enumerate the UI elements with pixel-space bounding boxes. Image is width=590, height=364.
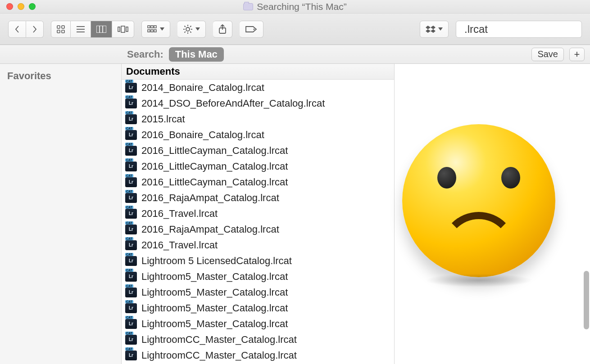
svg-line-26	[190, 26, 191, 27]
file-row[interactable]: 2016_LittleCayman_Catalog.lrcat	[122, 174, 394, 190]
file-row[interactable]: 2014_Bonaire_Catalog.lrcat	[122, 80, 394, 95]
dropbox-icon	[426, 25, 436, 33]
search-scope-this-mac[interactable]: This Mac	[169, 47, 224, 62]
svg-rect-13	[148, 26, 150, 28]
svg-marker-32	[431, 26, 436, 29]
search-scope-bar: Search: This Mac Save +	[0, 45, 590, 64]
file-name: 2016_LittleCayman_Catalog.lrcat	[141, 145, 288, 157]
arrange-button[interactable]	[141, 21, 170, 38]
lightroom-catalog-icon	[125, 114, 137, 124]
window-proxy-icon	[243, 3, 253, 10]
file-name: 2015.lrcat	[141, 113, 185, 125]
icon-view-button[interactable]	[51, 21, 71, 38]
back-button[interactable]	[8, 21, 26, 38]
file-name: 2016_RajaAmpat_Catalog.lrcat	[141, 192, 279, 204]
chevron-down-icon	[195, 27, 200, 31]
file-name: 2014_Bonaire_Catalog.lrcat	[141, 82, 264, 94]
lightroom-catalog-icon	[125, 99, 137, 108]
add-search-criteria-button[interactable]: +	[569, 48, 585, 61]
file-name: Lightroom5_Master_Catalog.lrcat	[141, 318, 288, 330]
svg-rect-15	[154, 26, 156, 28]
file-name: 2016_RajaAmpat_Catalog.lrcat	[141, 224, 279, 235]
file-row[interactable]: 2016_RajaAmpat_Catalog.lrcat	[122, 190, 394, 206]
svg-rect-11	[121, 26, 125, 32]
file-name: 2016_LittleCayman_Catalog.lrcat	[141, 176, 288, 188]
share-icon	[218, 24, 227, 34]
file-row[interactable]: 2016_Bonaire_Catalog.lrcat	[122, 127, 394, 143]
column-view-button[interactable]	[91, 21, 112, 38]
svg-rect-16	[148, 30, 150, 32]
search-input[interactable]	[464, 23, 590, 36]
close-window-button[interactable]	[6, 3, 13, 10]
file-name: LightroomCC_Master_Catalog.lrcat	[141, 350, 297, 361]
chevron-down-icon	[438, 27, 443, 31]
lightroom-catalog-icon	[125, 335, 137, 345]
column-view: Documents 2014_Bonaire_Catalog.lrcat2014…	[122, 64, 590, 364]
file-name: LightroomCC_Master_Catalog.lrcat	[141, 334, 297, 346]
tag-icon	[245, 25, 258, 33]
chevron-right-icon	[32, 25, 38, 33]
lightroom-catalog-icon	[125, 351, 137, 360]
dropbox-button[interactable]	[420, 21, 449, 38]
file-row[interactable]: 2016_LittleCayman_Catalog.lrcat	[122, 143, 394, 158]
window-titlebar: Searching “This Mac”	[0, 0, 590, 13]
results-column: Documents 2014_Bonaire_Catalog.lrcat2014…	[122, 64, 395, 364]
minimize-window-button[interactable]	[18, 3, 24, 10]
action-button[interactable]	[177, 21, 206, 38]
plus-icon: +	[574, 49, 580, 60]
zoom-window-button[interactable]	[29, 3, 36, 10]
save-search-label: Save	[537, 49, 558, 59]
file-row[interactable]: 2016_RajaAmpat_Catalog.lrcat	[122, 221, 394, 237]
file-name: Lightroom 5 LicensedCatalog.lrcat	[141, 255, 292, 267]
svg-rect-12	[126, 27, 128, 31]
file-row[interactable]: Lightroom 5 LicensedCatalog.lrcat	[122, 253, 394, 269]
lightroom-catalog-icon	[125, 240, 137, 250]
file-name: 2016_Bonaire_Catalog.lrcat	[141, 129, 264, 141]
save-search-button[interactable]: Save	[531, 48, 564, 61]
file-name: 2016_LittleCayman_Catalog.lrcat	[141, 161, 288, 172]
file-name: 2016_Travel.lrcat	[141, 208, 218, 220]
coverflow-icon	[118, 26, 128, 33]
list-view-button[interactable]	[71, 21, 91, 38]
file-row[interactable]: Lightroom5_Master_Catalog.lrcat	[122, 316, 394, 332]
svg-marker-33	[426, 29, 431, 33]
lightroom-catalog-icon	[125, 146, 137, 156]
lightroom-catalog-icon	[125, 177, 137, 187]
svg-line-25	[190, 31, 191, 32]
file-list[interactable]: 2014_Bonaire_Catalog.lrcat2014_DSO_Befor…	[122, 80, 394, 363]
file-row[interactable]: Lightroom5_Master_Catalog.lrcat	[122, 300, 394, 316]
scrollbar-thumb[interactable]	[584, 271, 589, 329]
file-row[interactable]: 2016_Travel.lrcat	[122, 206, 394, 221]
search-field[interactable]	[456, 21, 582, 38]
lightroom-catalog-icon	[125, 83, 137, 93]
svg-point-19	[186, 27, 190, 31]
share-button[interactable]	[213, 21, 232, 38]
tags-button[interactable]	[240, 21, 263, 38]
svg-rect-7	[96, 26, 106, 33]
file-row[interactable]: 2014_DSO_BeforeAndAfter_Catalog.lrcat	[122, 95, 394, 111]
file-row[interactable]: LightroomCC_Master_Catalog.lrcat	[122, 347, 394, 363]
file-row[interactable]: 2015.lrcat	[122, 111, 394, 127]
svg-line-24	[185, 26, 186, 27]
file-name: 2014_DSO_BeforeAndAfter_Catalog.lrcat	[141, 98, 325, 109]
forward-button[interactable]	[26, 21, 44, 38]
lightroom-catalog-icon	[125, 209, 137, 219]
coverflow-view-button[interactable]	[112, 21, 134, 38]
lightroom-catalog-icon	[125, 225, 137, 234]
results-group-header: Documents	[122, 64, 394, 80]
file-row[interactable]: 2016_LittleCayman_Catalog.lrcat	[122, 158, 394, 174]
sidebar-heading-favorites: Favorites	[7, 70, 114, 82]
file-row[interactable]: LightroomCC_Master_Catalog.lrcat	[122, 332, 394, 347]
file-row[interactable]: Lightroom5_Master_Catalog.lrcat	[122, 269, 394, 284]
lightroom-catalog-icon	[125, 303, 137, 313]
grid-icon	[57, 25, 65, 33]
file-row[interactable]: 2016_Travel.lrcat	[122, 237, 394, 253]
search-scope-label: Search:	[127, 49, 163, 60]
svg-rect-1	[62, 26, 64, 28]
file-row[interactable]: Lightroom5_Master_Catalog.lrcat	[122, 284, 394, 300]
preview-column	[395, 64, 590, 364]
svg-line-27	[185, 31, 186, 32]
lightroom-catalog-icon	[125, 162, 137, 171]
toolbar	[0, 13, 590, 45]
chevron-down-icon	[160, 27, 164, 31]
